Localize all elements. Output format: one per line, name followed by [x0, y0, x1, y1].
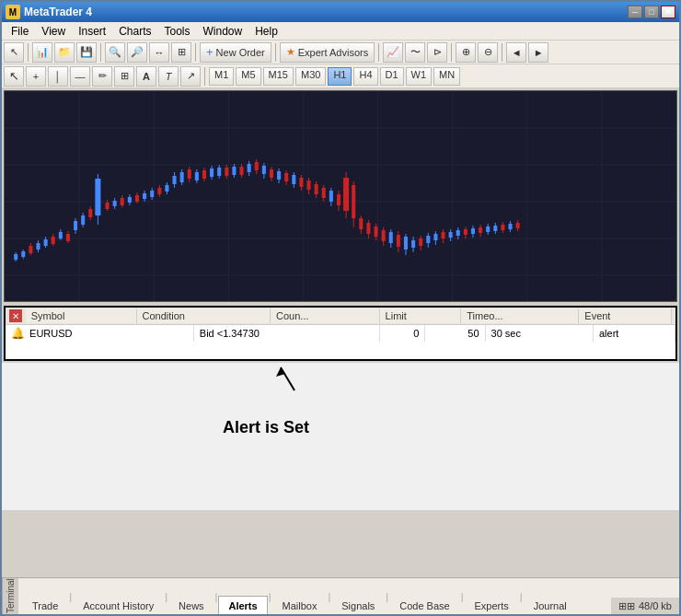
svg-rect-39	[106, 203, 110, 209]
svg-rect-83	[270, 169, 273, 178]
arrow-draw-btn[interactable]: ↗	[180, 66, 201, 87]
svg-rect-23	[44, 239, 48, 246]
chart-area[interactable]	[4, 90, 677, 302]
close-button[interactable]: ✕	[661, 6, 675, 18]
cell-condition: Bid <1.34730	[193, 325, 379, 342]
svg-rect-111	[375, 227, 378, 237]
tab-experts[interactable]: Experts	[465, 596, 519, 615]
tab-signals[interactable]: Signals	[331, 596, 385, 615]
new-chart-btn[interactable]: 📊	[32, 42, 52, 63]
title-bar-controls[interactable]: ─ □ ✕	[628, 6, 675, 18]
svg-rect-105	[352, 185, 355, 218]
svg-rect-147	[509, 224, 513, 229]
status-bar: ⊞⊞ 48/0 kb	[611, 598, 679, 614]
svg-rect-97	[322, 188, 326, 198]
main-window: M MetaTrader 4 ─ □ ✕ File View Insert Ch…	[0, 0, 681, 616]
tab-trade[interactable]: Trade	[22, 596, 68, 615]
col-timeout: Timeo...	[461, 308, 579, 323]
svg-rect-109	[366, 223, 370, 234]
menu-file[interactable]: File	[6, 23, 34, 40]
svg-rect-129	[442, 232, 445, 238]
svg-rect-89	[292, 175, 295, 184]
text-btn[interactable]: A	[136, 66, 156, 87]
svg-rect-37	[95, 179, 100, 215]
col-count: Coun...	[271, 308, 380, 323]
svg-rect-127	[433, 234, 437, 240]
alert-is-set-label: Alert is Set	[223, 418, 309, 437]
auto-scroll-btn[interactable]: ↔	[149, 42, 169, 63]
svg-rect-45	[128, 197, 132, 203]
hline-btn[interactable]: —	[70, 66, 90, 87]
svg-rect-21	[36, 243, 40, 250]
window-title: MetaTrader 4	[24, 6, 92, 18]
tf-w1[interactable]: W1	[406, 67, 433, 86]
expert-advisors-btn[interactable]: ★ Expert Advisors	[280, 42, 375, 63]
zoom-plus-btn[interactable]: ⊕	[456, 42, 476, 63]
svg-rect-69	[217, 168, 221, 176]
svg-rect-77	[248, 164, 251, 172]
svg-rect-73	[232, 167, 236, 175]
menu-bar: File View Insert Charts Tools Window Hel…	[2, 22, 679, 41]
menu-charts[interactable]: Charts	[113, 23, 156, 40]
svg-rect-51	[150, 191, 154, 197]
title-bar: M MetaTrader 4 ─ □ ✕	[2, 2, 679, 22]
line-btn[interactable]: │	[48, 66, 68, 87]
menu-tools[interactable]: Tools	[159, 23, 196, 40]
tf-d1[interactable]: D1	[380, 67, 404, 86]
svg-rect-49	[143, 193, 146, 199]
sep6	[451, 43, 452, 62]
save-btn[interactable]: 💾	[76, 42, 97, 63]
svg-rect-101	[337, 194, 340, 205]
fwd-btn[interactable]: ►	[528, 42, 548, 63]
alerts-close-btn[interactable]: ✕	[9, 309, 22, 322]
svg-rect-125	[426, 236, 430, 243]
arrow-tool-btn[interactable]: ↖	[4, 42, 24, 63]
tab-code-base[interactable]: Code Base	[389, 596, 459, 615]
cell-timeout: 30 sec	[485, 325, 593, 342]
svg-rect-115	[389, 232, 393, 243]
alerts-table: Symbol Condition Coun... Limit Timeo... …	[26, 308, 672, 323]
tab-news[interactable]: News	[168, 596, 214, 615]
zoom-in-btn[interactable]: 🔍	[105, 42, 125, 63]
tf-m5[interactable]: M5	[236, 67, 260, 86]
zoom-out-btn[interactable]: 🔎	[127, 42, 147, 63]
tab-alerts[interactable]: Alerts	[218, 596, 267, 615]
minimize-button[interactable]: ─	[628, 6, 642, 18]
tab-journal[interactable]: Journal	[524, 596, 577, 615]
new-order-btn[interactable]: + New Order	[200, 42, 271, 63]
tf-h4[interactable]: H4	[353, 67, 377, 86]
svg-rect-75	[240, 167, 244, 175]
tab-mailbox[interactable]: Mailbox	[272, 596, 328, 615]
arrow-svg	[2, 363, 679, 510]
zoom-minus-btn[interactable]: ⊖	[478, 42, 498, 63]
draw-btn[interactable]: ✏	[92, 66, 112, 87]
maximize-button[interactable]: □	[644, 6, 659, 18]
period-sep-btn[interactable]: ⊞	[171, 42, 191, 63]
chart-svg	[5, 91, 676, 301]
ea-icon: ★	[286, 46, 295, 58]
tf-mn[interactable]: MN	[433, 67, 460, 86]
tf-m1[interactable]: M1	[209, 67, 234, 86]
menu-insert[interactable]: Insert	[73, 23, 111, 40]
tf-m15[interactable]: M15	[263, 67, 294, 86]
svg-rect-81	[262, 166, 266, 174]
text-draw-btn[interactable]: ⊞	[114, 66, 134, 87]
alerts-data-table: 🔔 EURUSD Bid <1.34730 0 50 30 sec alert	[6, 325, 675, 342]
text2-btn[interactable]: T	[158, 66, 179, 87]
svg-rect-133	[456, 230, 460, 236]
svg-rect-145	[501, 225, 504, 230]
menu-window[interactable]: Window	[198, 23, 248, 40]
tf-h1[interactable]: H1	[328, 67, 352, 86]
back-btn[interactable]: ◄	[506, 42, 526, 63]
indicators-btn[interactable]: 📈	[383, 42, 403, 63]
tab-account-history[interactable]: Account History	[73, 596, 164, 615]
tf-m30[interactable]: M30	[295, 67, 326, 86]
cursor-btn[interactable]: ↖	[4, 66, 24, 87]
open-btn[interactable]: 📁	[54, 42, 75, 63]
menu-help[interactable]: Help	[249, 23, 283, 40]
indicators3-btn[interactable]: ⊳	[427, 42, 447, 63]
crosshair-btn[interactable]: +	[26, 66, 46, 87]
table-row[interactable]: 🔔 EURUSD Bid <1.34730 0 50 30 sec alert	[6, 325, 675, 342]
indicators2-btn[interactable]: 〜	[405, 42, 425, 63]
menu-view[interactable]: View	[36, 23, 71, 40]
